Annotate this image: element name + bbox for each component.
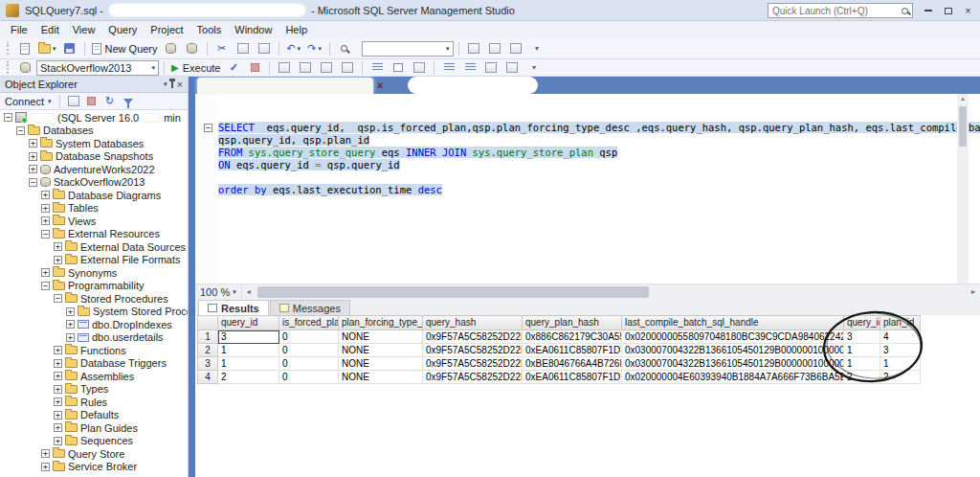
row-number[interactable]: 3: [197, 357, 218, 371]
tree-item-stackoverflow2013[interactable]: −StackOverflow2013: [0, 176, 188, 190]
toolbar-overflow-icon[interactable]: ▾: [523, 59, 543, 77]
expand-icon[interactable]: +: [66, 320, 75, 329]
live-query-stats-icon[interactable]: [296, 59, 315, 77]
connect-button[interactable]: Connect▾: [3, 94, 54, 109]
cell-query-plan-hash-r4-c4[interactable]: 0xEA0611C85807F1D7: [523, 371, 622, 384]
grid-corner-cell[interactable]: [197, 315, 218, 330]
cell-plan-id-r1-c7[interactable]: 4: [880, 330, 921, 344]
execute-button[interactable]: ▶Execute: [169, 59, 222, 77]
results-to-text-icon[interactable]: [368, 59, 387, 77]
cancel-query-icon[interactable]: [245, 59, 264, 77]
refresh-icon[interactable]: ↻: [102, 94, 118, 109]
menu-tools[interactable]: Tools: [190, 21, 229, 38]
toolbar-overflow-icon[interactable]: ▾: [527, 40, 546, 57]
expand-icon[interactable]: +: [54, 372, 62, 380]
column-header-query-hash-3[interactable]: query_hash: [423, 315, 523, 330]
editor-vertical-scrollbar[interactable]: ▴: [957, 94, 969, 284]
activity-monitor-icon[interactable]: [485, 40, 504, 57]
cell-last-compile-batch-sql-handle-r3-c5[interactable]: 0x030007004322B1366105450129B00000010000…: [622, 357, 844, 371]
collapse-icon[interactable]: −: [54, 294, 62, 303]
cell-plan-id-r2-c7[interactable]: 3: [880, 344, 921, 357]
column-header-query-plan-hash-4[interactable]: query_plan_hash: [523, 315, 622, 330]
expand-icon[interactable]: +: [41, 449, 50, 458]
undo-icon[interactable]: ↶▾: [284, 40, 303, 57]
menu-window[interactable]: Window: [228, 21, 278, 38]
options-icon[interactable]: [464, 40, 483, 57]
quick-launch-input[interactable]: [772, 6, 902, 16]
cut-icon[interactable]: ✂: [212, 40, 232, 57]
cell-plan-forcing-type-desc-r1-c2[interactable]: NONE: [339, 330, 423, 344]
expand-icon[interactable]: +: [41, 268, 50, 277]
analysis-services-query-icon[interactable]: [183, 40, 202, 57]
tree-item-database-snapshots[interactable]: +Database Snapshots: [0, 150, 188, 164]
cell-last-compile-batch-sql-handle-r1-c5[interactable]: 0x02000000558097048180BC39C9CDA984062242…: [622, 330, 844, 344]
column-header-plan-id-7[interactable]: plan_id: [880, 315, 921, 330]
tree-item-types[interactable]: +Types: [0, 383, 188, 397]
paste-icon[interactable]: [255, 40, 274, 57]
cell-query-id-r4-c6[interactable]: 2: [844, 371, 880, 384]
column-header-plan-forcing-type-desc-2[interactable]: plan_forcing_type_desc: [339, 315, 423, 330]
tree-item-adventureworks2022[interactable]: +AdventureWorks2022: [0, 163, 188, 176]
expand-icon[interactable]: +: [54, 256, 62, 264]
cell-query-id-r1-c6[interactable]: 3: [844, 330, 880, 344]
copy-icon[interactable]: [234, 40, 253, 57]
column-header-query-id-6[interactable]: query_id: [844, 315, 880, 330]
tree-item-defaults[interactable]: +Defaults: [0, 409, 188, 422]
parse-icon[interactable]: ✓: [224, 59, 243, 77]
menu-edit[interactable]: Edit: [34, 21, 66, 38]
tree-item-tables[interactable]: +Tables: [0, 202, 188, 216]
expand-icon[interactable]: +: [54, 385, 62, 394]
cell-query-hash-r1-c3[interactable]: 0x9F57A5C58252D22F: [423, 330, 523, 344]
cell-query-hash-r2-c3[interactable]: 0x9F57A5C58252D22F: [423, 344, 523, 357]
menu-help[interactable]: Help: [278, 21, 314, 38]
tab-messages[interactable]: Messages: [270, 300, 350, 315]
outdent-icon[interactable]: [502, 59, 522, 77]
close-button[interactable]: ×: [958, 2, 978, 19]
expand-icon[interactable]: +: [66, 333, 75, 342]
tree-item-service-broker[interactable]: +Service Broker: [0, 461, 188, 474]
change-connection-icon[interactable]: [15, 59, 34, 77]
tree-item-stored-procedures[interactable]: −Stored Procedures: [0, 292, 188, 306]
scrollbar-thumb[interactable]: [959, 106, 967, 147]
column-header-query-id-0[interactable]: query_id: [218, 315, 279, 330]
open-file-icon[interactable]: ▾: [36, 40, 58, 57]
row-number[interactable]: 4: [197, 371, 218, 384]
tree-item-assemblies[interactable]: +Assemblies: [0, 370, 188, 383]
new-project-icon[interactable]: [15, 40, 34, 57]
cell-is-forced-plan-r2-c1[interactable]: 0: [279, 344, 339, 357]
document-tab[interactable]: [197, 78, 373, 94]
save-icon[interactable]: [60, 40, 79, 57]
cell-query-plan-hash-r2-c4[interactable]: 0xEA0611C85807F1D7: [523, 344, 622, 357]
tree-item-query-store[interactable]: +Query Store: [0, 447, 188, 461]
new-query-button[interactable]: New Query: [90, 40, 160, 57]
tree-item-views[interactable]: +Views: [0, 215, 188, 228]
restore-button[interactable]: [938, 2, 958, 19]
filter-icon[interactable]: [121, 94, 136, 109]
results-to-file-icon[interactable]: [410, 59, 429, 77]
expand-icon[interactable]: +: [54, 398, 62, 406]
cell-query-plan-hash-r1-c4[interactable]: 0x886C862179C30A55: [523, 330, 622, 344]
properties-window-icon[interactable]: [506, 40, 525, 57]
column-header-last-compile-batch-sql-handle-5[interactable]: last_compile_batch_sql_handle: [622, 315, 844, 330]
panel-splitter[interactable]: [189, 77, 195, 477]
object-explorer-header[interactable]: Object Explorer ▾ ×: [0, 77, 188, 93]
close-panel-icon[interactable]: ×: [177, 79, 183, 90]
column-header-is-forced-plan-1[interactable]: is_forced_plan: [279, 315, 339, 330]
actual-plan-icon[interactable]: [317, 59, 336, 77]
scroll-up-icon[interactable]: ▴: [961, 94, 965, 103]
stop-icon[interactable]: [84, 94, 100, 109]
cell-last-compile-batch-sql-handle-r2-c5[interactable]: 0x030007004322B1366105450129B00000010000…: [622, 344, 844, 357]
cell-is-forced-plan-r1-c1[interactable]: 0: [279, 330, 339, 344]
expand-icon[interactable]: +: [54, 359, 62, 368]
pin-icon[interactable]: [171, 80, 173, 88]
tree-item-database-triggers[interactable]: +Database Triggers: [0, 357, 188, 371]
expand-icon[interactable]: +: [54, 423, 62, 432]
tab-results[interactable]: Results: [198, 300, 269, 315]
expand-icon[interactable]: +: [41, 204, 50, 213]
collapse-icon[interactable]: −: [41, 282, 50, 290]
cell-query-id-r2-c6[interactable]: 1: [844, 344, 880, 357]
available-databases-combobox[interactable]: StackOverflow2013▾: [36, 60, 159, 76]
cell-query-hash-r4-c3[interactable]: 0x9F57A5C58252D22F: [423, 371, 523, 384]
find-icon[interactable]: [335, 40, 354, 57]
cell-query-id-r4-c0[interactable]: 2: [218, 371, 279, 384]
